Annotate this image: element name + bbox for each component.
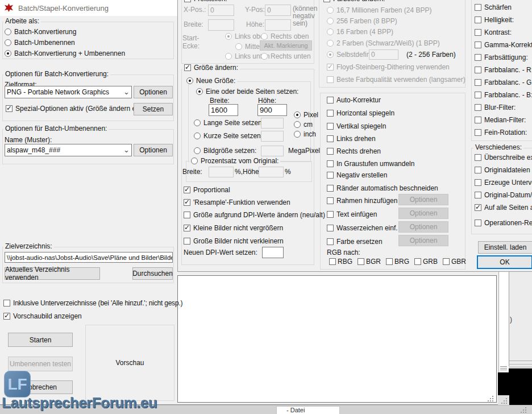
radio-corner-rechts-unten[interactable]: Rechts unten — [261, 53, 311, 60]
checkbox-grb[interactable]: GRB — [414, 258, 438, 266]
radio-percent[interactable]: Prozentsatz vom Original: — [189, 158, 280, 165]
checkbox-farbbalance-r[interactable]: Farbbalanc. - R: — [475, 67, 532, 74]
checkbox-kontrast[interactable]: Kontrast: — [475, 29, 512, 36]
checkbox-brg[interactable]: BRG — [386, 258, 409, 266]
checkbox-ueberschreibe[interactable]: Überschreibe exist — [475, 154, 532, 162]
set-button[interactable]: Setzen — [134, 103, 173, 115]
checkbox-rechts-drehen[interactable]: Rechts drehen — [327, 148, 381, 155]
image-size-input[interactable] — [261, 146, 284, 156]
radio-batch-konvertierung[interactable]: Batch-Konvertierung — [5, 28, 76, 36]
wasserzeichen-options-button[interactable]: Optionen — [398, 221, 448, 233]
checkbox-rahmen[interactable]: Rahmen hinzufügen — [327, 197, 397, 205]
radio-long-side[interactable]: Lange Seite setzen: — [194, 119, 264, 127]
checkbox-floyd-steinberg[interactable]: Floyd-Steinberg-Dithering verwenden — [327, 64, 450, 71]
checkbox-links-drehen[interactable]: Links drehen — [327, 135, 376, 143]
checkbox-best-quality[interactable]: Beste Farbqualität verwenden (langsamer) — [327, 76, 466, 84]
checkbox-median-filter[interactable]: Median-Filter: — [475, 117, 526, 124]
long-side-input[interactable] — [261, 118, 284, 129]
use-current-dir-button[interactable]: Aktuelles Verzeichnis verwenden — [5, 267, 100, 280]
pct-height-input[interactable] — [259, 167, 284, 177]
radio-24bpp[interactable]: 16,7 Millionen Farben (24 BPP) — [327, 7, 431, 14]
checkbox-alle-seiten[interactable]: Auf alle Seiten anw — [475, 204, 532, 212]
radio-batch-umbenennen[interactable]: Batch-Umbenennen — [5, 39, 75, 47]
checkbox-rbg[interactable]: RBG — [329, 258, 352, 266]
checkbox-vertikal-spiegeln[interactable]: Vertikal spiegeln — [327, 123, 386, 130]
checkbox-color-depth[interactable]: Farbtiefe ändern: — [322, 0, 386, 3]
crop-width-input[interactable] — [208, 19, 234, 31]
rename-options-button[interactable]: Optionen — [134, 144, 173, 156]
file-list[interactable] — [177, 275, 497, 403]
checkbox-negativ[interactable]: Negativ erstellen — [327, 172, 387, 179]
checkbox-raender-beschneiden[interactable]: Ränder automatisch beschneiden — [327, 185, 438, 192]
checkbox-no-enlarge[interactable]: Kleine Bilder nicht vergrößern — [184, 225, 283, 232]
start-button[interactable]: Starten — [8, 333, 73, 347]
checkbox-no-shrink[interactable]: Große Bilder nicht verkleinern — [184, 238, 284, 245]
text-options-button[interactable]: Optionen — [398, 208, 448, 219]
crop-height-input[interactable] — [265, 19, 291, 31]
name-pattern-select[interactable]: alspaw_m48_### ⌄ — [5, 144, 132, 156]
checkbox-dpi-resize[interactable]: Größe aufgrund DPI-Werte ändern (neu/alt… — [184, 212, 325, 219]
radio-corner-mitte[interactable]: Mitte — [235, 43, 260, 51]
checkbox-proportional[interactable]: Proportional — [184, 187, 230, 194]
radio-unit-cm[interactable]: cm — [294, 121, 313, 129]
target-dir-input[interactable]: \\jobst-audio-nas\Jobst-Audio\Save\Pläne… — [5, 252, 173, 263]
checkbox-farbe-ersetzen[interactable]: Farbe ersetzen — [327, 238, 383, 246]
radio-1bpp[interactable]: 2 Farben (Schwarz/Weiß) (1 BPP) — [327, 40, 440, 47]
format-options-button[interactable]: Optionen — [134, 86, 173, 98]
checkbox-farbbalance-b[interactable]: Farbbalanc. - B: — [475, 92, 532, 99]
checkbox-gbr[interactable]: GBR — [443, 258, 466, 266]
custom-colors-value: 0 — [371, 51, 375, 59]
radio-image-size[interactable]: Bildgröße setzen: — [194, 147, 256, 155]
checkbox-include-subdirs[interactable]: Inklusive Unterverzeichnisse (bei 'Alle … — [3, 300, 182, 307]
checkbox-blur-filter[interactable]: Blur-Filter: — [475, 104, 516, 111]
target-format-select[interactable]: PNG - Portable Network Graphics ⌄ — [5, 86, 132, 98]
checkbox-fein-rotation[interactable]: Fein-Rotation: — [475, 129, 527, 136]
radio-8bpp[interactable]: 256 Farben (8 BPP) — [327, 18, 397, 25]
radio-new-size[interactable]: Neue Größe: — [185, 77, 237, 85]
checkbox-resample[interactable]: 'Resample'-Funktion verwenden — [184, 199, 290, 206]
farbe-options-button[interactable]: Optionen — [398, 235, 448, 246]
checkbox-unterverzeichnis[interactable]: Erzeuge Unterverz — [475, 179, 532, 187]
resize-width-input[interactable]: 1600 — [209, 104, 238, 116]
checkbox-originaldateien[interactable]: Originaldateien lös — [475, 167, 532, 174]
checkbox-farbbalance-g[interactable]: Farbbalanc. - G: — [475, 79, 532, 86]
load-settings-button[interactable]: Einstell. laden — [478, 241, 532, 254]
checkbox-original-datum[interactable]: Original-Datum/Ze — [475, 192, 532, 199]
checkbox-helligkeit[interactable]: Helligkeit: — [475, 16, 514, 24]
checkbox-resize[interactable]: Größe ändern: — [182, 64, 240, 72]
browse-button[interactable]: Durchsuchen — [132, 267, 173, 280]
short-side-input[interactable] — [261, 131, 284, 142]
ypos-input[interactable]: 0 — [265, 5, 291, 16]
pct-width-input[interactable] — [209, 167, 234, 177]
checkbox-crop[interactable]: Freistellen: — [182, 0, 229, 3]
resize-height-input[interactable]: 900 — [257, 104, 287, 116]
ok-button[interactable]: OK — [477, 255, 532, 269]
checkbox-auto-korrektur[interactable]: Auto-Korrektur — [327, 97, 381, 104]
checkbox-box — [184, 199, 190, 206]
radio-short-side[interactable]: Kurze Seite setzen: — [194, 133, 263, 140]
current-selection-button[interactable]: Akt. Markierung — [260, 40, 312, 51]
custom-colors-input[interactable]: 0 — [369, 49, 398, 60]
test-rename-button[interactable]: Umbenennen testen — [8, 357, 73, 371]
checkbox-gamma[interactable]: Gamma-Korrektur: — [475, 42, 532, 49]
checkbox-operationen-reihe[interactable]: Operationen-Reihe — [475, 220, 532, 227]
radio-corner-rechts-oben[interactable]: Rechts oben — [261, 33, 309, 40]
xpos-input[interactable]: 0 — [208, 5, 234, 16]
checkbox-farbsaettigung[interactable]: Farbsättigung: — [475, 54, 528, 61]
checkbox-wasserzeichen[interactable]: Wasserzeichen einf. — [327, 225, 398, 232]
radio-set-sides[interactable]: Eine oder beide Seiten setzen: — [196, 88, 298, 96]
checkbox-horizontal-spiegeln[interactable]: Horizontal spiegeln — [327, 110, 394, 117]
checkbox-graustufen[interactable]: In Graustufen umwandeln — [327, 160, 414, 168]
checkbox-show-preview[interactable]: Vorschaubild anzeigen — [3, 313, 82, 320]
radio-unit-inch[interactable]: inch — [294, 131, 316, 138]
dpi-input[interactable] — [262, 247, 284, 258]
radio-unit-pixel[interactable]: Pixel — [294, 111, 318, 119]
checkbox-bgr[interactable]: BGR — [358, 258, 381, 266]
checkbox-special-options[interactable]: Spezial-Optionen aktiv (Größe ändern etc… — [6, 105, 146, 113]
rahmen-options-button[interactable]: Optionen — [398, 194, 448, 205]
radio-4bpp[interactable]: 16 Farben (4 BPP) — [327, 28, 393, 36]
checkbox-text-einfuegen[interactable]: Text einfügen — [327, 211, 377, 218]
checkbox-schaerfen[interactable]: Schärfen — [475, 4, 512, 11]
resize-grip[interactable] — [492, 400, 493, 401]
radio-batch-konvertierung-umbenennen[interactable]: Batch-Konvertierung + Umbenennen — [5, 50, 125, 57]
